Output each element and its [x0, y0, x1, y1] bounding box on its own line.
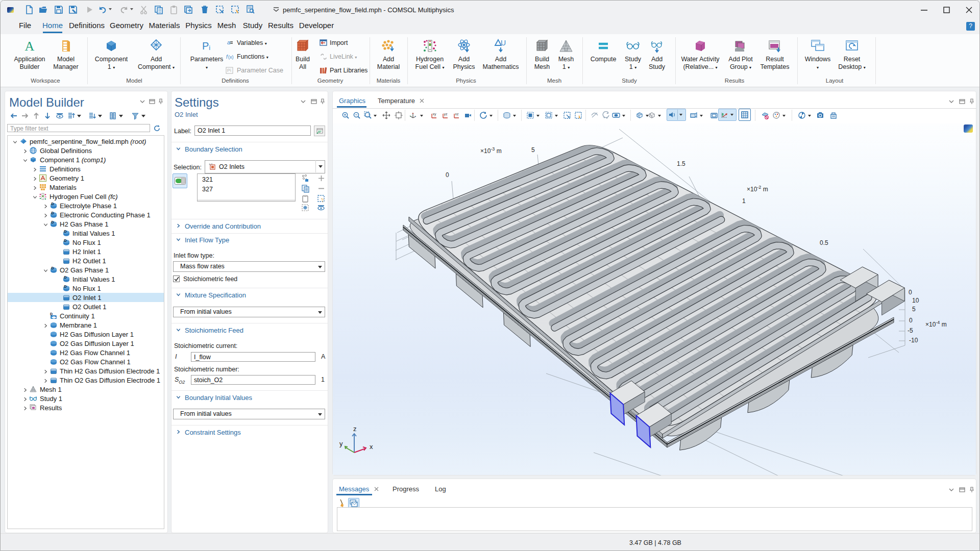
svg-text:◀▶: ◀▶	[52, 315, 57, 319]
svg-text:A: A	[25, 39, 35, 54]
svg-text:Pi: Pi	[202, 40, 210, 52]
svg-text:Pi: Pi	[227, 68, 231, 73]
svg-text:z: z	[353, 427, 357, 433]
svg-text:D: D	[51, 211, 54, 215]
svg-text:D: D	[51, 220, 54, 224]
svg-text:yz: yz	[444, 112, 448, 116]
svg-text:xy: xy	[433, 112, 437, 116]
svg-text:D: D	[64, 238, 67, 243]
svg-text:D: D	[64, 284, 67, 289]
svg-text:U: U	[501, 39, 506, 47]
svg-text:D: D	[64, 229, 67, 234]
svg-text:y: y	[339, 440, 343, 447]
svg-text:a: a	[227, 39, 230, 45]
svg-text:D: D	[51, 266, 54, 270]
svg-text:x: x	[370, 443, 373, 450]
svg-text:xz: xz	[455, 112, 459, 116]
svg-text:D: D	[64, 275, 67, 280]
svg-text:D: D	[51, 202, 54, 206]
svg-text:(x): (x)	[228, 55, 234, 60]
